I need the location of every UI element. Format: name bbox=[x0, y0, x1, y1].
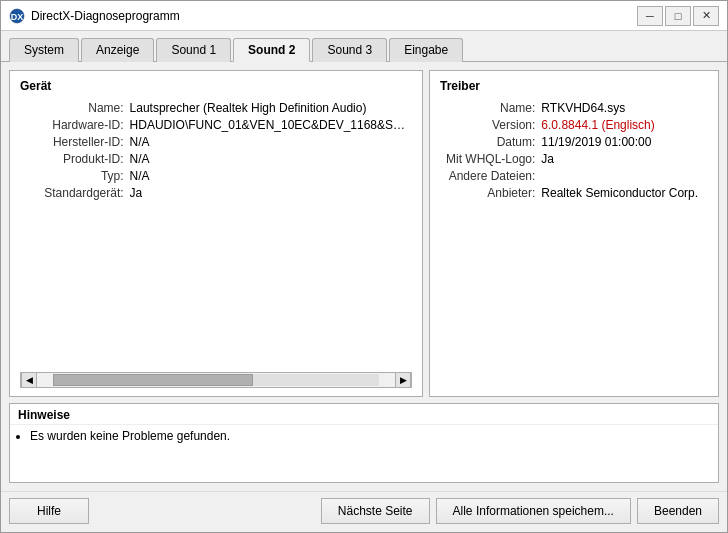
device-hwid-value: HDAUDIO\FUNC_01&VEN_10EC&DEV_1168&SUBSYS… bbox=[130, 118, 412, 135]
driver-info-table: Name: RTKVHD64.sys Version: 6.0.8844.1 (… bbox=[440, 101, 708, 203]
main-content: Gerät Name: Lautsprecher (Realtek High D… bbox=[1, 62, 727, 491]
driver-panel-title: Treiber bbox=[440, 79, 708, 93]
close-button[interactable]: ✕ bbox=[693, 6, 719, 26]
footer-right: Nächste Seite Alle Informationen speiche… bbox=[321, 498, 719, 524]
driver-andere-label: Andere Dateien: bbox=[440, 169, 541, 186]
device-typ-value: N/A bbox=[130, 169, 412, 186]
driver-whql-row: Mit WHQL-Logo: Ja bbox=[440, 152, 708, 169]
driver-whql-value: Ja bbox=[541, 152, 708, 169]
footer: Hilfe Nächste Seite Alle Informationen s… bbox=[1, 491, 727, 532]
app-icon: DX bbox=[9, 8, 25, 24]
driver-panel: Treiber Name: RTKVHD64.sys Version: 6.0.… bbox=[429, 70, 719, 397]
device-hwid-row: Hardware-ID: HDAUDIO\FUNC_01&VEN_10EC&DE… bbox=[20, 118, 412, 135]
tab-anzeige[interactable]: Anzeige bbox=[81, 38, 154, 62]
driver-datum-value: 11/19/2019 01:00:00 bbox=[541, 135, 708, 152]
driver-anbieter-row: Anbieter: Realtek Semiconductor Corp. bbox=[440, 186, 708, 203]
device-produkt-value: N/A bbox=[130, 152, 412, 169]
driver-datum-row: Datum: 11/19/2019 01:00:00 bbox=[440, 135, 708, 152]
device-hersteller-row: Hersteller-ID: N/A bbox=[20, 135, 412, 152]
scrollbar-track[interactable] bbox=[53, 374, 379, 386]
horizontal-scrollbar[interactable]: ◀ ▶ bbox=[20, 372, 412, 388]
device-typ-row: Typ: N/A bbox=[20, 169, 412, 186]
svg-text:DX: DX bbox=[11, 12, 24, 22]
titlebar-controls: ─ □ ✕ bbox=[637, 6, 719, 26]
driver-version-value: 6.0.8844.1 (Englisch) bbox=[541, 118, 708, 135]
hinweise-item: Es wurden keine Probleme gefunden. bbox=[30, 429, 710, 443]
panels-row: Gerät Name: Lautsprecher (Realtek High D… bbox=[9, 70, 719, 397]
tab-system[interactable]: System bbox=[9, 38, 79, 62]
driver-version-row: Version: 6.0.8844.1 (Englisch) bbox=[440, 118, 708, 135]
driver-andere-row: Andere Dateien: bbox=[440, 169, 708, 186]
tab-sound3[interactable]: Sound 3 bbox=[312, 38, 387, 62]
tabs-bar: System Anzeige Sound 1 Sound 2 Sound 3 E… bbox=[1, 31, 727, 62]
driver-andere-value bbox=[541, 169, 708, 186]
naechste-button[interactable]: Nächste Seite bbox=[321, 498, 430, 524]
driver-name-value: RTKVHD64.sys bbox=[541, 101, 708, 118]
device-name-label: Name: bbox=[20, 101, 130, 118]
hinweise-section: Hinweise Es wurden keine Probleme gefund… bbox=[9, 403, 719, 483]
main-window: DX DirectX-Diagnoseprogramm ─ □ ✕ System… bbox=[0, 0, 728, 533]
driver-anbieter-label: Anbieter: bbox=[440, 186, 541, 203]
device-panel-title: Gerät bbox=[20, 79, 412, 93]
minimize-button[interactable]: ─ bbox=[637, 6, 663, 26]
device-name-row: Name: Lautsprecher (Realtek High Definit… bbox=[20, 101, 412, 118]
scroll-right-button[interactable]: ▶ bbox=[395, 372, 411, 388]
driver-anbieter-value: Realtek Semiconductor Corp. bbox=[541, 186, 708, 203]
tab-sound1[interactable]: Sound 1 bbox=[156, 38, 231, 62]
device-produkt-label: Produkt-ID: bbox=[20, 152, 130, 169]
driver-whql-label: Mit WHQL-Logo: bbox=[440, 152, 541, 169]
scrollbar-thumb[interactable] bbox=[53, 374, 253, 386]
device-name-value: Lautsprecher (Realtek High Definition Au… bbox=[130, 101, 412, 118]
device-standard-label: Standardgerät: bbox=[20, 186, 130, 203]
device-hersteller-label: Hersteller-ID: bbox=[20, 135, 130, 152]
device-hwid-label: Hardware-ID: bbox=[20, 118, 130, 135]
device-standard-value: Ja bbox=[130, 186, 412, 203]
window-title: DirectX-Diagnoseprogramm bbox=[31, 9, 637, 23]
tab-sound2[interactable]: Sound 2 bbox=[233, 38, 310, 62]
device-typ-label: Typ: bbox=[20, 169, 130, 186]
titlebar: DX DirectX-Diagnoseprogramm ─ □ ✕ bbox=[1, 1, 727, 31]
hinweise-list: Es wurden keine Probleme gefunden. bbox=[10, 425, 718, 482]
driver-name-row: Name: RTKVHD64.sys bbox=[440, 101, 708, 118]
scroll-left-button[interactable]: ◀ bbox=[21, 372, 37, 388]
maximize-button[interactable]: □ bbox=[665, 6, 691, 26]
speichern-button[interactable]: Alle Informationen speichem... bbox=[436, 498, 631, 524]
driver-datum-label: Datum: bbox=[440, 135, 541, 152]
beenden-button[interactable]: Beenden bbox=[637, 498, 719, 524]
driver-name-label: Name: bbox=[440, 101, 541, 118]
device-hersteller-value: N/A bbox=[130, 135, 412, 152]
footer-left: Hilfe bbox=[9, 498, 89, 524]
device-produkt-row: Produkt-ID: N/A bbox=[20, 152, 412, 169]
tab-eingabe[interactable]: Eingabe bbox=[389, 38, 463, 62]
hinweise-title: Hinweise bbox=[10, 404, 718, 425]
device-info-table: Name: Lautsprecher (Realtek High Definit… bbox=[20, 101, 412, 203]
hilfe-button[interactable]: Hilfe bbox=[9, 498, 89, 524]
driver-version-label: Version: bbox=[440, 118, 541, 135]
device-standard-row: Standardgerät: Ja bbox=[20, 186, 412, 203]
device-panel: Gerät Name: Lautsprecher (Realtek High D… bbox=[9, 70, 423, 397]
